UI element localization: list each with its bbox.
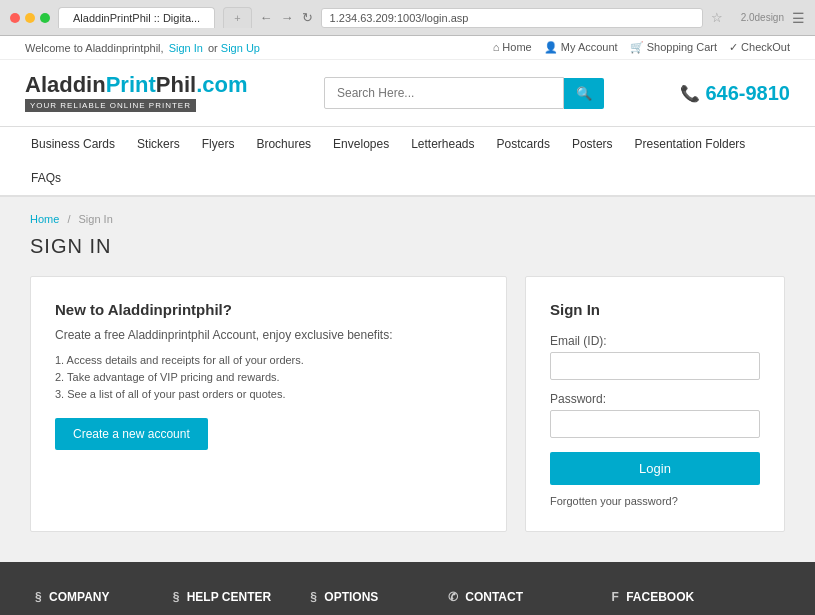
email-input[interactable]	[550, 352, 760, 380]
dot-red	[10, 13, 20, 23]
welcome-text: Welcome to Aladdinprintphil,	[25, 42, 164, 54]
signin-heading: Sign In	[550, 301, 760, 318]
checkout-nav-link[interactable]: ✓ CheckOut	[729, 41, 790, 54]
browser-dots	[10, 13, 50, 23]
footer: § COMPANY About us Locations FAQs § HELP…	[0, 562, 815, 615]
breadcrumb-home[interactable]: Home	[30, 213, 59, 225]
nav-postcards[interactable]: Postcards	[486, 127, 561, 161]
page-title: SIGN IN	[30, 235, 785, 258]
password-input[interactable]	[550, 410, 760, 438]
password-label: Password:	[550, 392, 760, 406]
breadcrumb: Home / Sign In	[30, 213, 785, 225]
benefit-1: 1. Access details and receipts for all o…	[55, 354, 482, 366]
version-label: 2.0design	[741, 12, 784, 23]
new-account-box: New to Aladdinprintphil? Create a free A…	[30, 276, 507, 532]
create-account-button[interactable]: Create a new account	[55, 418, 208, 450]
welcome-message: Welcome to Aladdinprintphil, Sign In or …	[25, 42, 260, 54]
signup-link[interactable]: Sign Up	[221, 42, 260, 54]
nav-flyers[interactable]: Flyers	[191, 127, 246, 161]
contact-heading: ✆ CONTACT	[448, 590, 604, 604]
phone-icon: 📞	[680, 84, 700, 103]
login-button[interactable]: Login	[550, 452, 760, 485]
signin-box: Sign In Email (ID): Password: Login Forg…	[525, 276, 785, 532]
dot-yellow	[25, 13, 35, 23]
footer-help-col: § HELP CENTER Prices Artwork Guidelines …	[173, 590, 311, 615]
email-field-group: Email (ID):	[550, 334, 760, 380]
search-form: 🔍	[324, 77, 604, 109]
nav-letterheads[interactable]: Letterheads	[400, 127, 485, 161]
nav-stickers[interactable]: Stickers	[126, 127, 191, 161]
company-icon: §	[35, 590, 42, 604]
phone-display: 📞 646-9810	[680, 82, 790, 105]
breadcrumb-sep: /	[67, 213, 70, 225]
facebook-heading: f FACEBOOK	[611, 590, 780, 604]
nav-faqs[interactable]: FAQs	[20, 161, 72, 195]
home-nav-link[interactable]: ⌂ Home	[493, 41, 532, 54]
footer-columns: § COMPANY About us Locations FAQs § HELP…	[20, 590, 795, 615]
logo-tagline: YOUR RELIABLE ONLINE PRINTER	[25, 99, 196, 112]
signin-area: New to Aladdinprintphil? Create a free A…	[30, 276, 785, 532]
options-icon: §	[310, 590, 317, 604]
footer-contact-col: ✆ CONTACT 488 A. Mabini St. Manggahan, P…	[448, 590, 612, 615]
breadcrumb-current: Sign In	[79, 213, 113, 225]
new-account-heading: New to Aladdinprintphil?	[55, 301, 482, 318]
forgot-password-link[interactable]: Forgotten your password?	[550, 495, 760, 507]
signin-link[interactable]: Sign In	[169, 42, 203, 54]
forward-button[interactable]: →	[281, 10, 294, 25]
or-text: or	[208, 42, 221, 54]
address-bar[interactable]: 1.234.63.209:1003/login.asp	[321, 8, 703, 28]
nav-envelopes[interactable]: Envelopes	[322, 127, 400, 161]
browser-tab[interactable]: AladdinPrintPhil :: Digita...	[58, 7, 215, 28]
new-account-desc: Create a free Aladdinprintphil Account, …	[55, 328, 482, 342]
refresh-button[interactable]: ↻	[302, 10, 313, 25]
benefits-list: 1. Access details and receipts for all o…	[55, 354, 482, 400]
footer-company-col: § COMPANY About us Locations FAQs	[35, 590, 173, 615]
facebook-icon: f	[611, 590, 618, 604]
dot-green	[40, 13, 50, 23]
help-icon: §	[173, 590, 180, 604]
benefit-3: 3. See a list of all of your past orders…	[55, 388, 482, 400]
top-bar: Welcome to Aladdinprintphil, Sign In or …	[0, 36, 815, 60]
nav-business-cards[interactable]: Business Cards	[20, 127, 126, 161]
help-heading: § HELP CENTER	[173, 590, 303, 604]
browser-chrome: AladdinPrintPhil :: Digita... + ← → ↻ 1.…	[0, 0, 815, 36]
new-tab[interactable]: +	[223, 7, 251, 28]
options-heading: § OPTIONS	[310, 590, 440, 604]
search-button[interactable]: 🔍	[564, 78, 604, 109]
contact-phone-icon: ✆	[448, 590, 458, 604]
cart-nav-link[interactable]: 🛒 Shopping Cart	[630, 41, 717, 54]
logo-text: AladdinPrintPhil.com	[25, 74, 248, 96]
header: AladdinPrintPhil.com YOUR RELIABLE ONLIN…	[0, 60, 815, 127]
myaccount-nav-link[interactable]: 👤 My Account	[544, 41, 618, 54]
star-icon: ☆	[711, 10, 723, 25]
main-nav: Business Cards Stickers Flyers Brochures…	[0, 127, 815, 197]
password-field-group: Password:	[550, 392, 760, 438]
search-input[interactable]	[324, 77, 564, 109]
content-area: Home / Sign In SIGN IN New to Aladdinpri…	[0, 197, 815, 562]
email-label: Email (ID):	[550, 334, 760, 348]
menu-icon[interactable]: ☰	[792, 10, 805, 26]
logo-area: AladdinPrintPhil.com YOUR RELIABLE ONLIN…	[25, 74, 248, 112]
back-button[interactable]: ←	[260, 10, 273, 25]
benefit-2: 2. Take advantage of VIP pricing and rew…	[55, 371, 482, 383]
footer-options-col: § OPTIONS Rounded Corner Embossing Spot …	[310, 590, 448, 615]
phone-number: 646-9810	[705, 82, 790, 105]
nav-presentation-folders[interactable]: Presentation Folders	[624, 127, 757, 161]
footer-facebook-col: f FACEBOOK f Facebook AP aladdinprintphi…	[611, 590, 780, 615]
company-heading: § COMPANY	[35, 590, 165, 604]
nav-brochures[interactable]: Brochures	[245, 127, 322, 161]
top-nav-right: ⌂ Home 👤 My Account 🛒 Shopping Cart ✓ Ch…	[493, 41, 790, 54]
nav-posters[interactable]: Posters	[561, 127, 624, 161]
